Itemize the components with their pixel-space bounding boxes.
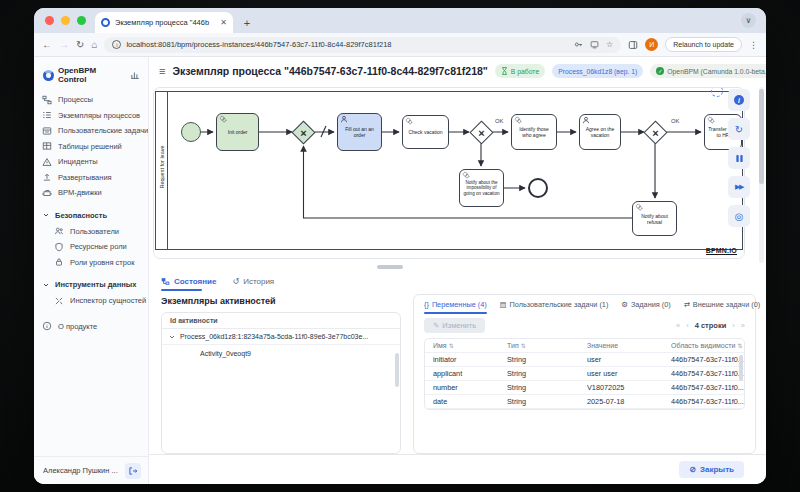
first-page-icon[interactable]: «	[676, 321, 680, 330]
warning-icon	[42, 157, 52, 167]
state-history-tabs: Состояние ↺ История	[149, 271, 766, 291]
tab-close-icon[interactable]: ✕	[220, 18, 227, 27]
browser-toolbar: ← → ↻ ⌂ i localhost:8081/bpm/process-ins…	[34, 33, 766, 57]
activity-instances-panel: Экземпляры активностей Id активности Pro…	[161, 293, 401, 454]
service-task-icon	[514, 116, 522, 124]
task-list-icon: ▤	[500, 300, 507, 309]
process-version-badge[interactable]: Process_06kd1z8 (вер. 1)	[552, 64, 643, 78]
sidebar-item-row-level-roles[interactable]: Роли уровня строк	[34, 255, 148, 271]
sidebar-item-deployments[interactable]: Развертывания	[34, 170, 148, 186]
bpmn-end-event[interactable]	[528, 178, 548, 198]
sidebar-item-user-tasks[interactable]: Пользовательские задачи	[34, 123, 148, 139]
bpmn-task-notify-impossibility[interactable]: Notify about the impossibility of going …	[459, 169, 504, 207]
back-icon[interactable]: ←	[42, 39, 52, 50]
sidebar-item-bpm-engines[interactable]: BPM-движки	[34, 185, 148, 201]
reload-icon[interactable]: ↻	[76, 39, 84, 50]
tab-variables[interactable]: {} Переменные (4)	[424, 295, 487, 314]
new-tab-button[interactable]: +	[239, 15, 255, 31]
tree-scrollbar-thumb[interactable]	[395, 353, 399, 387]
sidebar-item-about[interactable]: О продукте	[34, 319, 148, 335]
close-button[interactable]: ⊘ Закрыть	[679, 461, 744, 478]
sidebar-section-data-tools[interactable]: Инструменты данных	[34, 276, 148, 293]
bpmn-task-fill-order[interactable]: Fill out an an order	[337, 113, 382, 151]
desktop-backdrop: Экземпляр процесса "446b ✕ + ∨ ← → ↻ ⌂ i…	[0, 0, 800, 492]
forward-icon[interactable]: →	[59, 39, 69, 50]
macos-traffic-lights[interactable]	[34, 8, 95, 33]
variable-row[interactable]: number String V18072025 446b7547-63c7-11…	[425, 381, 744, 395]
variable-row[interactable]: date String 2025-07-18 446b7547-63c7-11f…	[425, 395, 744, 409]
sidebar-item-users[interactable]: Пользователи	[34, 224, 148, 240]
history-icon: ↺	[232, 277, 239, 286]
chevron-down-icon[interactable]	[168, 333, 176, 341]
bpmn-task-identify-agree[interactable]: Identify those who agree	[511, 114, 557, 150]
maximize-window-button[interactable]	[77, 16, 86, 25]
tab-user-tasks[interactable]: ▤ Пользовательские задачи (1)	[500, 295, 609, 314]
bpmn-start-event[interactable]	[181, 122, 201, 142]
engine-badge[interactable]: ✓ OpenBPM (Camunda 1.0.0-beta.1-SNAPSHOT…	[650, 64, 766, 78]
page-title: Экземпляр процесса "446b7547-63c7-11f0-8…	[172, 65, 487, 77]
scrollbar-thumb[interactable]	[759, 89, 764, 184]
activities-title: Экземпляры активностей	[161, 296, 401, 306]
menu-toggle-icon[interactable]: ≡	[159, 65, 165, 77]
service-task-icon	[462, 171, 470, 179]
bpmn-task-check-vacation[interactable]: Check vacation	[402, 115, 449, 149]
last-page-icon[interactable]: »	[741, 321, 745, 330]
variable-row[interactable]: initiator String user 446b7547-63c7-11f0…	[425, 353, 744, 367]
bookmark-star-icon[interactable]: ☆	[606, 40, 613, 49]
sidebar-item-processes[interactable]: Процессы	[34, 92, 148, 108]
collapse-sidebar-icon[interactable]	[130, 70, 140, 80]
focus-button[interactable]: ◎	[728, 205, 750, 227]
side-panel-icon[interactable]	[628, 40, 638, 50]
tree-row-activity[interactable]: Activity_0veoqt9	[162, 345, 400, 361]
site-info-icon[interactable]: i	[112, 40, 121, 49]
sidebar-item-process-instances[interactable]: Экземпляры процессов	[34, 108, 148, 124]
sidebar-item-entity-inspector[interactable]: Инспектор сущностей	[34, 293, 148, 309]
logout-button[interactable]	[125, 463, 141, 479]
profile-avatar[interactable]: И	[645, 38, 658, 51]
skip-button[interactable]: ▶▶	[728, 176, 750, 198]
sidebar-item-resource-roles[interactable]: Ресурсные роли	[34, 239, 148, 255]
tab-title: Экземпляр процесса "446b	[115, 18, 215, 27]
suspend-button[interactable]	[728, 147, 750, 169]
tab-external-tasks[interactable]: ⇄ Внешние задачи (0)	[684, 295, 761, 314]
tools-icon	[54, 296, 64, 306]
variable-row[interactable]: applicant String user user 446b7547-63c7…	[425, 367, 744, 381]
page-scrollbar[interactable]	[759, 87, 764, 263]
sidebar-item-decision-tables[interactable]: Таблицы решений	[34, 139, 148, 155]
tab-search-chevron-icon[interactable]: ∨	[741, 13, 756, 28]
table-scrollbar-thumb[interactable]	[739, 355, 743, 381]
exclusive-gateway-icon: ×	[648, 125, 663, 140]
close-window-button[interactable]	[45, 16, 54, 25]
edit-variable-button[interactable]: ✎ Изменить	[424, 318, 485, 333]
minimize-window-button[interactable]	[61, 16, 70, 25]
target-icon: ◎	[735, 211, 744, 222]
relaunch-button[interactable]: Relaunch to update	[665, 37, 742, 52]
rows-count: 4 строки	[695, 321, 727, 330]
sidebar-section-security[interactable]: Безопасность	[34, 207, 148, 224]
tab-favicon-icon	[101, 18, 110, 27]
service-task-icon	[707, 116, 715, 124]
panel-drag-handle[interactable]	[377, 265, 403, 269]
app-header: ≡ Экземпляр процесса "446b7547-63c7-11f0…	[149, 57, 766, 85]
instance-info-button[interactable]: i	[728, 89, 750, 111]
tree-row-process[interactable]: Process_06kd1z8:1:8234a75a-5cda-11f0-89e…	[162, 329, 400, 345]
home-icon[interactable]: ⌂	[91, 39, 97, 50]
bpmn-canvas[interactable]: Request for leave	[153, 87, 745, 259]
prev-page-icon[interactable]: ‹	[686, 321, 689, 330]
bpmn-task-init-order[interactable]: Init order	[216, 113, 259, 151]
main-content: ≡ Экземпляр процесса "446b7547-63c7-11f0…	[149, 57, 766, 484]
address-bar[interactable]: i localhost:8081/bpm/process-instances/4…	[104, 37, 621, 53]
browser-menu-icon[interactable]: ⋮	[749, 40, 758, 50]
tab-history[interactable]: ↺ История	[232, 271, 274, 291]
bpmn-task-agree-vacation[interactable]: Agree on the vacation	[579, 114, 621, 150]
sidebar-item-incidents[interactable]: Инциденты	[34, 154, 148, 170]
refresh-button[interactable]: ↻	[728, 118, 750, 140]
cast-icon[interactable]	[590, 40, 599, 49]
next-page-icon[interactable]: ›	[732, 321, 735, 330]
openbpm-logo-icon	[43, 70, 54, 81]
tab-state[interactable]: Состояние	[161, 271, 216, 291]
tab-jobs[interactable]: ⚙ Задания (0)	[621, 295, 670, 314]
password-key-icon[interactable]	[574, 40, 583, 49]
browser-tab[interactable]: Экземпляр процесса "446b ✕	[95, 12, 233, 33]
bpmn-task-notify-refusal[interactable]: Notify about refusal	[632, 201, 677, 236]
